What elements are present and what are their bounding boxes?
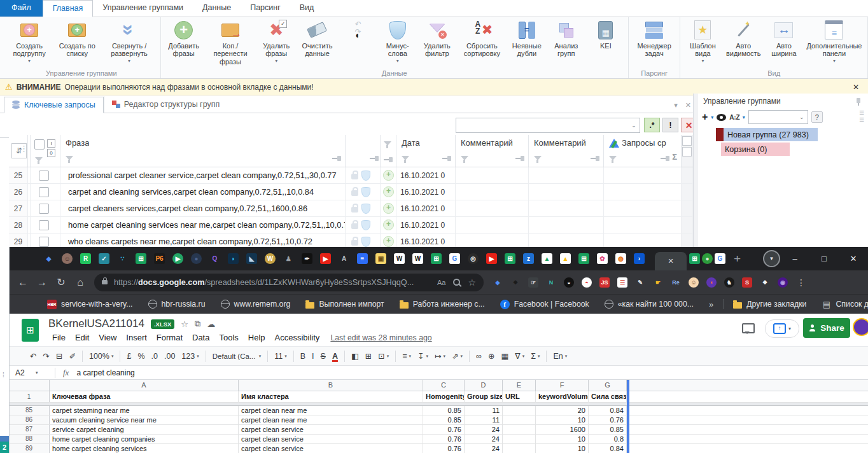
- toolbar-item[interactable]: £ ▾: [123, 352, 134, 361]
- document-title[interactable]: BKernelUSA211014: [48, 317, 144, 330]
- bookmark-item[interactable]: Выполнен импорт: [305, 300, 384, 309]
- name-box[interactable]: A2 ▾: [9, 368, 55, 377]
- phrase-search-input[interactable]: [456, 118, 628, 132]
- column-header[interactable]: B: [239, 380, 423, 391]
- scrollbar-track[interactable]: [682, 167, 693, 183]
- toolbar-item[interactable]: A ▾: [329, 352, 341, 361]
- toolbar-item[interactable]: ↷ ▾: [39, 351, 52, 361]
- toolbar-item[interactable]: .00 ▾: [161, 352, 178, 361]
- cell[interactable]: 0.84: [589, 406, 627, 415]
- star-icon[interactable]: ☆: [181, 319, 188, 329]
- cell[interactable]: home carpet cleaning services: [50, 444, 239, 453]
- ribbon-button[interactable]: Дополнительные панели ▾: [804, 18, 865, 65]
- menu-item[interactable]: Insert: [122, 332, 151, 343]
- expand-all-icon[interactable]: ☰: [859, 111, 864, 116]
- toolbar-item[interactable]: 123 ▾: [178, 352, 202, 361]
- pinned-tab[interactable]: ⊞: [136, 253, 146, 264]
- comment-cell[interactable]: [529, 184, 604, 200]
- toolbar-item[interactable]: Σ ▾: [528, 352, 543, 361]
- pinned-tab[interactable]: ▲: [560, 253, 571, 264]
- cell[interactable]: 0.85: [423, 406, 465, 415]
- pinned-tab[interactable]: ✒: [302, 253, 312, 264]
- ribbon-button[interactable]: Сбросить сортировку ▾: [457, 18, 507, 59]
- bookmark-item[interactable]: service-with-a-very...: [47, 300, 133, 309]
- pin-icon[interactable]: [332, 158, 337, 159]
- help-button[interactable]: ?: [811, 111, 823, 123]
- pinned-tab[interactable]: ◆: [43, 253, 54, 264]
- column-header-comment-1[interactable]: Комментарий: [456, 135, 529, 167]
- browser-tab[interactable]: ⊞: [689, 253, 700, 264]
- toolbar-item[interactable]: ⊞ ▾: [362, 351, 375, 361]
- cell[interactable]: 0.85: [423, 415, 465, 424]
- row-number[interactable]: 87: [9, 425, 50, 434]
- ribbon-button[interactable]: Коп./перенести фразы ▾: [204, 18, 257, 66]
- cell[interactable]: 24: [465, 444, 503, 453]
- pinned-tab[interactable]: ▣: [375, 253, 386, 264]
- toolbar-item[interactable]: ≡ ▾: [399, 352, 414, 361]
- pinned-tab[interactable]: ☺: [62, 253, 73, 264]
- menu-item[interactable]: Format: [153, 332, 186, 343]
- toolbar-item[interactable]: ⊕ ▾: [485, 351, 498, 361]
- cell[interactable]: [503, 425, 536, 434]
- ribbon-button[interactable]: Удалить фильтр ▾: [417, 18, 457, 59]
- sort-caret-icon[interactable]: ▾: [743, 115, 745, 120]
- pinned-tab[interactable]: W: [394, 253, 405, 264]
- kc-menu-tab[interactable]: Парсинг: [241, 0, 290, 17]
- url-text[interactable]: https://docs.google.com/spreadsheets/d/1…: [114, 278, 414, 287]
- share-button[interactable]: Share: [803, 318, 850, 338]
- check-unmarked-filter-icon[interactable]: 0: [47, 149, 55, 157]
- cell[interactable]: 10: [536, 435, 589, 443]
- tab-list-caret-icon[interactable]: ▾: [674, 101, 678, 109]
- add-to-group-icon[interactable]: +: [383, 236, 394, 247]
- pin-icon[interactable]: [515, 158, 521, 159]
- column-header-date[interactable]: Дата: [396, 135, 456, 167]
- toolbar-item[interactable]: ▾: [469, 351, 470, 362]
- row-number[interactable]: 89: [9, 444, 50, 453]
- pin-icon[interactable]: [661, 158, 666, 159]
- toolbar-item[interactable]: ▾: [267, 351, 268, 362]
- row-number[interactable]: 88: [9, 435, 50, 443]
- move-icon[interactable]: ⧉: [195, 319, 200, 329]
- header-cell[interactable]: keywordVolume: [536, 391, 589, 402]
- toolbar-item[interactable]: ⊡ ▾: [375, 351, 392, 361]
- column-header-flags[interactable]: [346, 135, 381, 167]
- bookmark-item[interactable]: Список для чтени: [822, 300, 868, 309]
- pinned-tab[interactable]: ●: [191, 253, 202, 264]
- pinned-tab[interactable]: W: [265, 253, 276, 264]
- collapse-all-icon[interactable]: ☰: [859, 118, 864, 123]
- pinned-tab[interactable]: ◍: [615, 253, 626, 264]
- kc-menu-tab[interactable]: Файл: [0, 0, 43, 17]
- ribbon-button[interactable]: Минус-слова ▾: [378, 18, 417, 65]
- toolbar-item[interactable]: ▾: [206, 351, 206, 362]
- toolbar-item[interactable]: S ▾: [318, 352, 329, 361]
- add-to-group-icon[interactable]: +: [383, 170, 394, 181]
- cell[interactable]: 20: [536, 406, 589, 415]
- cell[interactable]: carpet clean service: [239, 435, 423, 443]
- pin-icon[interactable]: [370, 158, 375, 159]
- toolbar-item[interactable]: .0 ▾: [148, 352, 161, 361]
- row-checkbox[interactable]: [39, 187, 49, 197]
- cell[interactable]: carpet clean near me: [239, 406, 423, 415]
- toolbar-item[interactable]: ⇗ ▾: [449, 351, 466, 361]
- home-button[interactable]: ⌂: [71, 277, 89, 288]
- column-header[interactable]: F: [536, 380, 589, 391]
- scroll-up-icon[interactable]: [682, 136, 692, 146]
- tab-keywords[interactable]: Ключевые запросы: [4, 97, 104, 113]
- column-header-add[interactable]: [381, 135, 396, 167]
- ribbon-button[interactable]: Свернуть / развернуть ▾: [101, 18, 158, 65]
- pinned-tab[interactable]: ◗: [228, 253, 239, 264]
- cell[interactable]: carpet clean service: [239, 425, 423, 434]
- menu-item[interactable]: File: [48, 332, 69, 343]
- ribbon-button[interactable]: Анализ групп ▾: [547, 18, 586, 59]
- column-header[interactable]: E: [503, 380, 536, 391]
- toolbar-item[interactable]: ▾: [82, 351, 83, 362]
- pinned-tab[interactable]: ⊞: [505, 253, 515, 264]
- new-tab-button[interactable]: +: [734, 252, 741, 266]
- phrase-row[interactable]: 26 carpet and cleaning services,carpet c…: [9, 184, 693, 200]
- pin-icon[interactable]: [591, 158, 596, 159]
- extension-icon[interactable]: ❖: [510, 277, 521, 288]
- cell[interactable]: carpet steaming near me: [50, 406, 239, 415]
- minimize-button[interactable]: –: [780, 254, 809, 263]
- column-header[interactable]: C: [423, 380, 465, 391]
- pinned-tab[interactable]: ⊞: [578, 253, 589, 264]
